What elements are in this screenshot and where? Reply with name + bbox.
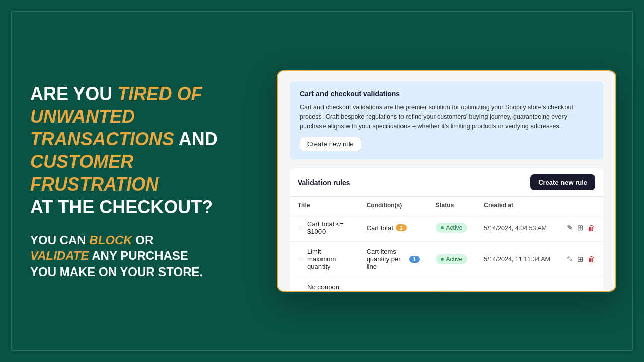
row3-date: 5/14/2024, 4:23:15 PM bbox=[484, 291, 547, 292]
row2-actions: ✎ ⊞ 🗑 bbox=[558, 242, 603, 277]
headline: ARE YOU TIRED OF UNWANTED TRANSACTIONS A… bbox=[30, 82, 247, 218]
col-conditions: Condition(s) bbox=[359, 197, 428, 214]
star-icon[interactable]: ☆ bbox=[298, 291, 304, 292]
info-card-title: Cart and checkout validations bbox=[300, 89, 593, 98]
copy-icon[interactable]: ⊞ bbox=[577, 290, 584, 292]
row1-actions: ✎ ⊞ 🗑 bbox=[558, 214, 603, 242]
row2-status-badge: Active bbox=[436, 254, 468, 264]
subline: YOU CAN BLOCK OR VALIDATE ANY PURCHASE Y… bbox=[30, 232, 247, 280]
row3-condition-badge: 1 bbox=[396, 291, 406, 292]
row2-condition-badge: 1 bbox=[409, 256, 419, 263]
row3-actions: ✎ ⊞ 🗑 bbox=[558, 277, 603, 292]
col-title: Title bbox=[290, 197, 359, 214]
row1-status-text: Active bbox=[446, 224, 463, 231]
subline-or: OR bbox=[132, 233, 154, 247]
subline-store: YOU MAKE ON YOUR STORE. bbox=[30, 265, 203, 279]
headline-transactions: TRANSACTIONS bbox=[30, 129, 174, 149]
edit-icon[interactable]: ✎ bbox=[567, 255, 573, 264]
row1-date: 5/14/2024, 4:04:53 AM bbox=[484, 225, 547, 232]
row1-condition-badge: 1 bbox=[396, 224, 406, 231]
row3-status-badge: Active bbox=[436, 290, 468, 292]
subline-block: BLOCK bbox=[89, 233, 132, 247]
row2-status-text: Active bbox=[446, 256, 463, 263]
col-status: Status bbox=[428, 197, 476, 214]
headline-frustration: CUSTOMER FRUSTRATION bbox=[30, 151, 158, 195]
row1-title-cell: ☆ Cart total <= $1000 bbox=[290, 214, 359, 242]
create-new-button[interactable]: Create new rule bbox=[530, 174, 595, 190]
row3-status-cell: Active bbox=[428, 277, 476, 292]
row2-condition-cell: Cart items quantity per line 1 bbox=[359, 242, 428, 277]
rules-section: Validation rules Create new rule Title C… bbox=[290, 168, 603, 292]
rules-table: Title Condition(s) Status Created at bbox=[290, 196, 603, 292]
row1-condition-text: Cart total bbox=[367, 224, 393, 232]
row1-status-cell: Active bbox=[428, 214, 476, 242]
table-row: ☆ Cart total <= $1000 Cart total 1 bbox=[290, 214, 603, 242]
rules-header: Validation rules Create new rule bbox=[290, 168, 603, 196]
row2-title: Limit maximum quantity bbox=[307, 248, 351, 270]
edit-icon[interactable]: ✎ bbox=[567, 223, 573, 232]
delete-icon[interactable]: 🗑 bbox=[588, 255, 595, 263]
delete-icon[interactable]: 🗑 bbox=[588, 224, 595, 232]
panel-inner: Cart and checkout validations Cart and c… bbox=[278, 71, 615, 292]
status-dot bbox=[441, 258, 444, 261]
headline-are-you: ARE YOU bbox=[30, 83, 117, 104]
row2-title-cell: ☆ Limit maximum quantity bbox=[290, 242, 359, 277]
col-actions bbox=[558, 197, 603, 214]
copy-icon[interactable]: ⊞ bbox=[577, 223, 584, 232]
table-row: ☆ No coupon codes allowe... Cart total 1 bbox=[290, 277, 603, 292]
create-rule-small-button[interactable]: Create new rule bbox=[300, 137, 361, 151]
row2-condition-text: Cart items quantity per line bbox=[367, 248, 407, 270]
rules-title: Validation rules bbox=[298, 178, 350, 187]
subline-any-purchase: ANY PURCHASE bbox=[89, 249, 188, 262]
status-dot bbox=[441, 226, 444, 229]
left-panel: ARE YOU TIRED OF UNWANTED TRANSACTIONS A… bbox=[30, 82, 247, 280]
star-icon[interactable]: ☆ bbox=[298, 224, 304, 232]
table-row: ☆ Limit maximum quantity Cart items quan… bbox=[290, 242, 603, 277]
row3-created-at: 5/14/2024, 4:23:15 PM bbox=[475, 277, 558, 292]
row2-status-cell: Active bbox=[428, 242, 476, 277]
star-icon[interactable]: ☆ bbox=[298, 255, 304, 263]
row3-title: No coupon codes allowe... bbox=[307, 283, 351, 292]
row1-title: Cart total <= $1000 bbox=[307, 220, 351, 235]
edit-icon[interactable]: ✎ bbox=[567, 290, 573, 292]
headline-checkout: AT THE CHECKOUT? bbox=[30, 197, 213, 217]
col-created-at: Created at bbox=[475, 197, 558, 214]
delete-icon[interactable]: 🗑 bbox=[588, 290, 595, 292]
info-card-description: Cart and checkout validations are the pr… bbox=[300, 103, 593, 131]
row3-condition-cell: Cart total 1 bbox=[359, 277, 428, 292]
row3-title-cell: ☆ No coupon codes allowe... bbox=[290, 277, 359, 292]
row2-date: 5/14/2024, 11:11:34 AM bbox=[484, 256, 550, 263]
headline-and: AND bbox=[174, 129, 218, 149]
copy-icon[interactable]: ⊞ bbox=[577, 255, 584, 264]
row1-status-badge: Active bbox=[436, 223, 468, 233]
content-wrapper: ARE YOU TIRED OF UNWANTED TRANSACTIONS A… bbox=[0, 0, 644, 362]
row1-condition-cell: Cart total 1 bbox=[359, 214, 428, 242]
info-card: Cart and checkout validations Cart and c… bbox=[290, 81, 603, 159]
subline-validate: VALIDATE bbox=[30, 249, 89, 262]
row3-status-text: Active bbox=[446, 291, 463, 292]
row1-created-at: 5/14/2024, 4:04:53 AM bbox=[475, 214, 558, 242]
row3-condition-text: Cart total bbox=[367, 291, 393, 292]
table-header-row: Title Condition(s) Status Created at bbox=[290, 197, 603, 214]
subline-you-can: YOU CAN bbox=[30, 233, 89, 247]
right-panel: Cart and checkout validations Cart and c… bbox=[277, 70, 616, 292]
row2-created-at: 5/14/2024, 11:11:34 AM bbox=[475, 242, 558, 277]
